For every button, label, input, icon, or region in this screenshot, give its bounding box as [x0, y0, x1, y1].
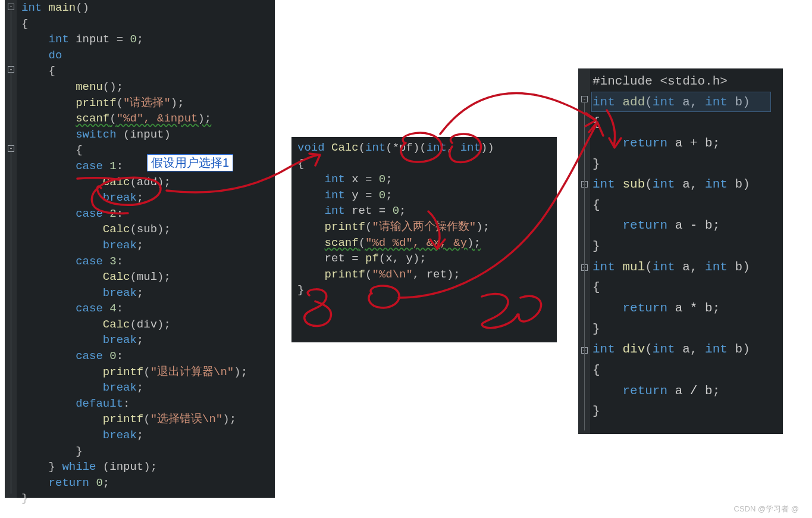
code-body-right: #include <stdio.h>int add(int a, int b){… [592, 71, 750, 422]
code-line: int mul(int a, int b) [592, 257, 750, 278]
code-line: int sub(int a, int b) [592, 174, 750, 195]
code-line: break; [21, 332, 247, 348]
code-body-mid: void Calc(int(*pf)(int, int)){ int x = 0… [297, 140, 494, 298]
code-line: case 0: [21, 348, 247, 364]
code-line: return a - b; [592, 216, 750, 236]
code-line: } [592, 401, 750, 422]
code-line: case 4: [21, 301, 247, 317]
code-line: void Calc(int(*pf)(int, int)) [297, 140, 494, 156]
code-line: { [21, 16, 247, 32]
code-line: printf("请输入两个操作数"); [297, 219, 494, 235]
code-line: { [592, 195, 750, 216]
code-line: int input = 0; [21, 32, 247, 48]
code-line: break; [21, 238, 247, 254]
fold-line [11, 10, 11, 494]
code-line: int ret = 0; [297, 203, 494, 219]
code-line: } while (input); [21, 459, 247, 475]
code-panel-mid: void Calc(int(*pf)(int, int)){ int x = 0… [291, 137, 557, 342]
code-line: int x = 0; [297, 171, 494, 188]
code-line: ret = pf(x, y); [297, 251, 494, 267]
code-line: Calc(add); [21, 174, 247, 191]
code-line: default: [21, 396, 247, 412]
code-line: } [297, 282, 494, 298]
code-line: printf("退出计算器\n"); [21, 364, 247, 380]
code-line: scanf("%d %d", &x, &y); [297, 235, 494, 251]
code-line: case 2: [21, 206, 247, 222]
code-line: Calc(div); [21, 317, 247, 333]
code-line: break; [21, 380, 247, 396]
code-line: } [21, 444, 247, 460]
code-line: Calc(sub); [21, 221, 247, 238]
code-line: #include <stdio.h> [592, 71, 750, 92]
code-line: } [592, 154, 750, 175]
fold-icon[interactable]: - [8, 4, 14, 10]
code-line: printf("请选择"); [21, 95, 247, 111]
code-line: menu(); [21, 79, 247, 95]
code-line: case 3: [21, 254, 247, 270]
code-line: { [21, 63, 247, 79]
code-line: int div(int a, int b) [592, 339, 750, 360]
code-line: { [592, 113, 750, 133]
code-line: int main() [21, 0, 247, 16]
code-line: } [21, 491, 247, 507]
code-line: break; [21, 427, 247, 444]
line-highlight [591, 92, 771, 112]
code-panel-left: int main(){ int input = 0; do { menu(); … [5, 0, 275, 498]
code-line: { [592, 277, 750, 298]
code-line: break; [21, 190, 247, 206]
code-panel-right: #include <stdio.h>int add(int a, int b){… [578, 68, 783, 434]
code-line: break; [21, 285, 247, 301]
code-line: return 0; [21, 475, 247, 491]
code-line: return a / b; [592, 381, 750, 402]
code-line: return a * b; [592, 298, 750, 319]
watermark-text: CSDN @学习者 @ [734, 504, 799, 514]
code-line: } [592, 319, 750, 340]
code-line: do [21, 48, 247, 64]
annotation-bubble: 假设用户选择1 [147, 154, 233, 171]
code-line: printf("%d\n", ret); [297, 267, 494, 283]
code-line: printf("选择错误\n"); [21, 411, 247, 427]
code-line: Calc(mul); [21, 269, 247, 285]
code-line: { [592, 360, 750, 381]
code-line: int y = 0; [297, 188, 494, 204]
code-line: scanf("%d", &input); [21, 111, 247, 127]
code-line: { [297, 156, 494, 172]
fold-line [584, 102, 585, 430]
code-line: switch (input) [21, 127, 247, 143]
code-body-left: int main(){ int input = 0; do { menu(); … [21, 0, 247, 507]
code-line: } [592, 236, 750, 257]
code-line: return a + b; [592, 133, 750, 154]
